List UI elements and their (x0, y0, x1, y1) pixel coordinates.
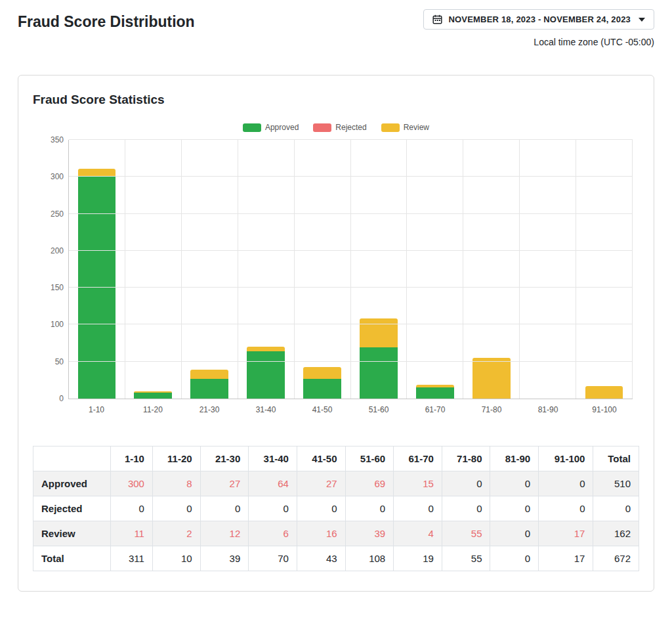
table-cell: 19 (394, 546, 442, 571)
x-axis-label: 21-30 (181, 405, 238, 414)
table-cell: 39 (345, 521, 394, 546)
row-label: Review (33, 521, 111, 546)
gridline-horizontal (69, 250, 633, 251)
bar-segment-review[interactable] (360, 318, 398, 347)
table-cell: 11 (111, 521, 153, 546)
legend-swatch-review (381, 123, 400, 132)
table-cell-total: 510 (593, 471, 639, 496)
x-axis-label: 81-90 (520, 405, 576, 414)
y-axis-tick: 300 (37, 173, 64, 181)
row-label: Approved (33, 471, 111, 496)
table-row-rejected: Rejected00000000000 (33, 496, 639, 521)
bar-segment-approved[interactable] (303, 379, 341, 399)
bar-segment-approved[interactable] (134, 393, 172, 399)
bar-segment-review[interactable] (134, 391, 172, 393)
table-cell: 0 (539, 496, 593, 521)
chart-column-51-60 (351, 140, 408, 399)
legend-swatch-rejected (313, 123, 331, 132)
chevron-down-icon (639, 18, 645, 22)
bar-segment-approved[interactable] (416, 387, 454, 399)
table-cell: 0 (297, 496, 345, 521)
bar-41-50[interactable] (303, 140, 341, 399)
x-axis-label: 61-70 (407, 405, 463, 414)
chart-columns (69, 140, 633, 399)
fraud-score-table: 1-1011-2021-3031-4041-5051-6061-7071-808… (33, 446, 639, 571)
table-cell: 0 (490, 471, 539, 496)
bar-segment-review[interactable] (585, 386, 623, 399)
legend-label: Approved (265, 123, 299, 132)
row-label: Rejected (33, 496, 111, 521)
bar-51-60[interactable] (360, 140, 398, 399)
gridline-horizontal (69, 324, 633, 324)
table-cell: 0 (490, 546, 539, 571)
table-cell: 108 (345, 546, 394, 571)
bar-segment-review[interactable] (472, 358, 511, 399)
legend-item-approved[interactable]: Approved (243, 123, 299, 132)
bar-segment-approved[interactable] (190, 379, 228, 399)
date-range-picker[interactable]: NOVEMBER 18, 2023 - NOVEMBER 24, 2023 (423, 9, 654, 30)
bar-segment-review[interactable] (190, 370, 228, 379)
table-row-total: Total311103970431081955017672 (33, 546, 639, 571)
table-header-51-60: 51-60 (345, 446, 394, 471)
calendar-icon (432, 14, 442, 24)
table-cell: 4 (394, 521, 442, 546)
table-cell: 70 (249, 546, 297, 571)
chart-legend: ApprovedRejectedReview (33, 123, 639, 132)
bar-61-70[interactable] (416, 140, 454, 399)
legend-item-rejected[interactable]: Rejected (313, 123, 366, 132)
table-cell-total: 0 (593, 496, 639, 521)
table-cell: 12 (200, 521, 249, 546)
y-axis-tick: 350 (37, 136, 64, 144)
bar-1-10[interactable] (78, 140, 116, 399)
gridline-horizontal (69, 287, 633, 288)
x-axis-label: 31-40 (238, 405, 294, 414)
legend-item-review[interactable]: Review (381, 123, 429, 132)
table-cell: 39 (200, 546, 249, 571)
table-cell: 43 (297, 546, 345, 571)
bar-21-30[interactable] (190, 140, 228, 399)
fraud-score-table-wrap: 1-1011-2021-3031-4041-5051-6061-7071-808… (33, 446, 639, 571)
legend-label: Review (404, 123, 429, 132)
bar-81-90[interactable] (529, 140, 567, 399)
table-cell: 64 (249, 471, 297, 496)
chart-column-91-100 (576, 140, 633, 399)
table-cell: 0 (539, 471, 593, 496)
header-right: NOVEMBER 18, 2023 - NOVEMBER 24, 2023 Lo… (423, 9, 654, 47)
date-range-label: NOVEMBER 18, 2023 - NOVEMBER 24, 2023 (448, 14, 631, 24)
bar-segment-review[interactable] (247, 347, 285, 351)
table-cell: 0 (394, 496, 442, 521)
bar-segment-review[interactable] (303, 367, 341, 379)
table-cell: 17 (539, 521, 593, 546)
bar-segment-review[interactable] (416, 385, 454, 388)
fraud-score-chart: 050100150200250300350 1-1011-2021-3031-4… (37, 140, 633, 414)
row-label: Total (33, 546, 111, 571)
legend-swatch-approved (243, 123, 261, 132)
table-cell: 0 (490, 496, 539, 521)
bar-91-100[interactable] (585, 140, 623, 399)
bar-71-80[interactable] (472, 140, 511, 399)
y-axis-tick: 50 (37, 358, 64, 366)
bar-11-20[interactable] (134, 140, 172, 399)
table-cell: 0 (490, 521, 539, 546)
table-cell: 15 (394, 471, 442, 496)
table-cell: 27 (297, 471, 345, 496)
table-header-21-30: 21-30 (200, 446, 249, 471)
table-header-total: Total (593, 446, 639, 471)
bar-segment-approved[interactable] (360, 347, 398, 399)
table-header-61-70: 61-70 (394, 446, 442, 471)
chart-column-41-50 (295, 140, 351, 399)
bar-segment-approved[interactable] (247, 351, 285, 399)
table-cell: 0 (111, 496, 153, 521)
table-cell: 0 (249, 496, 297, 521)
table-cell: 16 (297, 521, 345, 546)
chart-column-1-10 (69, 140, 125, 399)
table-row-approved: Approved30082764276915000510 (33, 471, 639, 496)
gridline-horizontal (69, 139, 633, 140)
y-axis-tick: 100 (37, 320, 64, 328)
table-cell-total: 672 (593, 546, 639, 571)
table-header-41-50: 41-50 (297, 446, 345, 471)
bar-31-40[interactable] (247, 140, 285, 399)
table-row-review: Review1121261639455017162 (33, 521, 639, 546)
table-header-11-20: 11-20 (152, 446, 200, 471)
table-cell: 300 (111, 471, 153, 496)
